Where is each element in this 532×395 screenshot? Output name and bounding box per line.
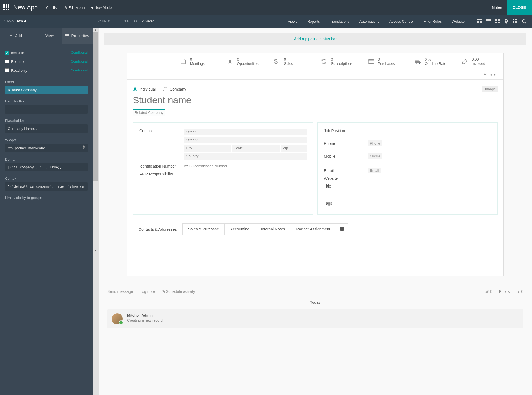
svg-rect-24 — [65, 34, 69, 35]
undo-button[interactable]: ↶ UNDO — [98, 19, 112, 23]
redo-button[interactable]: ↷ REDO — [124, 19, 137, 23]
tab-accounting[interactable]: Accounting — [224, 223, 255, 235]
context-label: Context — [5, 176, 88, 181]
menu-edit-menu[interactable]: ✎Edit Menu — [64, 6, 85, 10]
stat-invoiced[interactable]: 0.00Invoiced — [457, 53, 503, 70]
add-pipeline-bar[interactable]: Add a pipeline status bar — [104, 33, 526, 45]
stat-purchases[interactable]: 0Purchases — [363, 53, 410, 70]
message-author: Mitchell Admin — [127, 313, 166, 317]
tab-view[interactable]: View — [31, 28, 62, 44]
view-list-icon[interactable] — [485, 18, 492, 25]
tab-contacts[interactable]: Contacts & Addresses — [133, 224, 183, 235]
tab-add[interactable]: ＋Add — [0, 28, 31, 44]
followers-count[interactable]: 0 — [517, 289, 523, 294]
phone-input[interactable]: Phone — [368, 140, 382, 146]
conditional-required[interactable]: Conditional — [71, 60, 88, 63]
nav-translations[interactable]: Translations — [329, 16, 351, 27]
saved-indicator: ✓ Saved — [141, 19, 154, 23]
nav-filter-rules[interactable]: Filter Rules — [423, 16, 443, 27]
form-breadcrumb[interactable]: FORM — [17, 20, 26, 23]
conditional-invisible[interactable]: Conditional — [71, 51, 88, 55]
svg-rect-27 — [181, 60, 186, 64]
sidebar-scrollbar[interactable]: ▲ ▼ — [93, 28, 99, 395]
radio-individual[interactable]: Individual — [133, 87, 156, 91]
nav-automations[interactable]: Automations — [358, 16, 380, 27]
radio-company[interactable]: Company — [163, 87, 186, 91]
conditional-readonly[interactable]: Conditional — [71, 68, 88, 72]
context-input[interactable] — [5, 182, 88, 191]
log-note[interactable]: Log note — [140, 289, 155, 294]
tab-content — [133, 235, 498, 265]
log-message: Mitchell Admin Creating a new record... — [107, 309, 523, 328]
mobile-input[interactable]: Mobile — [368, 153, 382, 159]
stat-meetings[interactable]: 0Meetings — [175, 53, 222, 70]
svg-rect-13 — [516, 19, 517, 20]
stat-subscriptions[interactable]: 0Subscriptions — [316, 53, 362, 70]
nav-website[interactable]: Website — [451, 16, 466, 27]
svg-rect-2 — [480, 21, 482, 23]
email-input[interactable]: Email — [368, 168, 381, 173]
label-input[interactable] — [5, 86, 88, 94]
help-input[interactable] — [5, 105, 88, 114]
zip-input[interactable] — [281, 145, 307, 152]
title-label: Title — [324, 184, 368, 188]
prop-invisible[interactable]: Invisible — [5, 51, 24, 55]
send-message[interactable]: Send message — [107, 289, 133, 294]
schedule-activity[interactable]: ◔ Schedule activity — [162, 289, 195, 294]
widget-select[interactable] — [5, 144, 88, 152]
image-placeholder[interactable]: Image — [482, 86, 498, 92]
notes-button[interactable]: Notes — [492, 5, 502, 10]
attachments-count[interactable]: 0 — [485, 289, 492, 294]
svg-rect-25 — [65, 35, 69, 36]
job-label: Job Position — [324, 129, 368, 133]
prop-required[interactable]: Required — [5, 60, 26, 64]
limit-label: Limit visibility to groups — [5, 196, 88, 200]
close-button[interactable]: CLOSE — [507, 0, 532, 15]
nav-access-control[interactable]: Access Control — [388, 16, 415, 27]
views-label: VIEWS — [4, 20, 14, 23]
tab-internal-notes[interactable]: Internal Notes — [255, 223, 291, 235]
stat-opportunities[interactable]: 0Opportunities — [222, 53, 268, 70]
message-text: Creating a new record... — [127, 318, 166, 322]
menu-new-model[interactable]: +New Model — [91, 6, 113, 10]
svg-rect-17 — [513, 22, 514, 23]
stats-more[interactable]: More ▾ — [127, 70, 503, 80]
name-input[interactable] — [133, 95, 498, 106]
street2-input[interactable] — [184, 137, 307, 143]
stat-sales[interactable]: $ 0Sales — [269, 53, 316, 70]
svg-rect-4 — [486, 20, 491, 21]
date-separator: Today — [306, 300, 325, 304]
view-grid-icon[interactable] — [511, 18, 519, 25]
view-form-icon[interactable] — [476, 18, 483, 25]
related-company-field[interactable]: Related Company — [133, 109, 165, 116]
country-input[interactable] — [184, 153, 307, 160]
app-name: New App — [13, 4, 38, 11]
search-icon[interactable] — [520, 18, 528, 25]
svg-rect-0 — [477, 19, 482, 20]
stat-ontime[interactable]: 0 %On-time Rate — [410, 53, 456, 70]
state-input[interactable] — [232, 145, 280, 152]
placeholder-label: Placeholder — [5, 119, 88, 123]
svg-rect-1 — [477, 21, 479, 23]
domain-label: Domain — [5, 157, 88, 161]
tab-properties[interactable]: Properties — [62, 28, 93, 44]
placeholder-input[interactable] — [5, 124, 88, 133]
menu-call-list[interactable]: Call list — [46, 6, 58, 10]
tab-partner-assignment[interactable]: Partner Assignment — [291, 223, 336, 235]
view-map-icon[interactable] — [503, 18, 510, 25]
view-kanban-icon[interactable] — [494, 18, 501, 25]
prop-readonly[interactable]: Read only — [5, 68, 27, 73]
street-input[interactable] — [184, 129, 307, 135]
svg-rect-5 — [486, 22, 491, 22]
nav-views[interactable]: Views — [287, 16, 298, 27]
apps-icon[interactable] — [3, 4, 10, 11]
svg-rect-9 — [495, 22, 497, 23]
nav-reports[interactable]: Reports — [306, 16, 321, 27]
tab-sales-purchase[interactable]: Sales & Purchase — [182, 223, 225, 235]
svg-point-35 — [419, 63, 420, 64]
tab-add-icon[interactable] — [336, 223, 348, 235]
domain-input[interactable] — [5, 163, 88, 171]
idnum-input[interactable]: Identification Number — [193, 164, 227, 168]
follow-button[interactable]: Follow — [499, 289, 510, 294]
city-input[interactable] — [184, 145, 231, 152]
